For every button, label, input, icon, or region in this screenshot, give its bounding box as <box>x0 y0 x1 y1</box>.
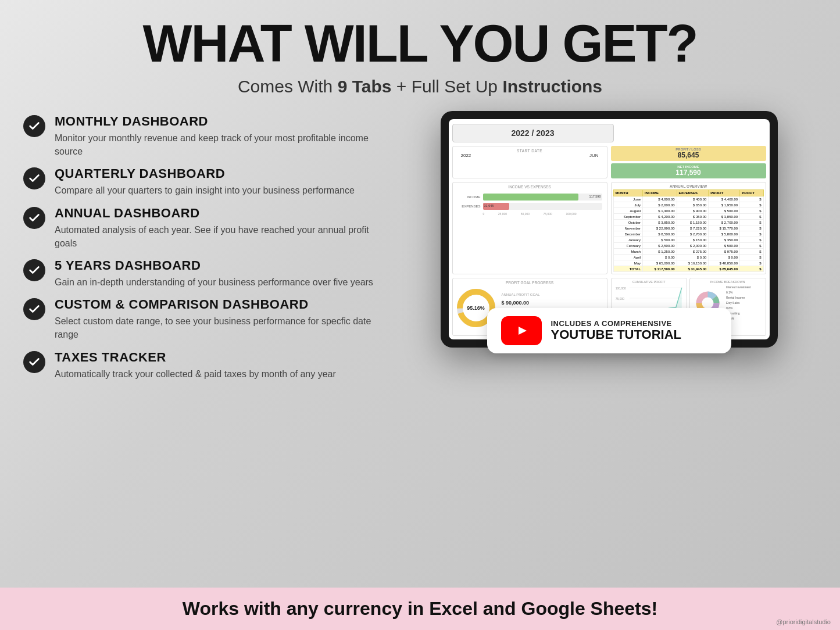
expenses-bar-label: EXPENSES <box>457 205 481 208</box>
profit-loss-value: 85,645 <box>614 151 763 159</box>
subtitle-tabs: 9 Tabs <box>338 77 392 96</box>
profit-goal-label: PROFIT GOAL PROGRESS <box>455 281 605 285</box>
annual-overview-label: ANNUAL OVERVIEW <box>613 184 764 188</box>
income-bar-value: 117,590 <box>589 195 601 198</box>
feature-desc-5years: Gain an in-depth understanding of your b… <box>55 275 373 289</box>
feature-title-custom: CUSTOM & COMPARISON DASHBOARD <box>55 297 384 312</box>
header: WHAT WILL YOU GET? Comes With 9 Tabs + F… <box>0 0 840 102</box>
youtube-badge: INCLUDES A COMPREHENSIVE YOUTUBE TUTORIA… <box>487 308 731 353</box>
feature-item-taxes: TAXES TRACKER Automatically track your c… <box>23 350 384 381</box>
income-breakdown-label: INCOME BREAKDOWN <box>692 280 764 284</box>
feature-desc-taxes: Automatically track your collected & pai… <box>55 367 336 381</box>
check-icon-custom <box>23 298 45 320</box>
youtube-small-text: INCLUDES A COMPREHENSIVE <box>551 319 681 328</box>
cumulative-profit-label: CUMULATIVE PROFIT <box>613 280 685 284</box>
feature-title-annual: ANNUAL DASHBOARD <box>55 206 384 221</box>
feature-item-quarterly: QUARTERLY DASHBOARD Compare all your qua… <box>23 166 384 197</box>
annual-profit-goal-value: $ 90,000.00 <box>502 298 540 307</box>
check-icon-quarterly <box>23 167 45 189</box>
subtitle: Comes With 9 Tabs + Full Set Up Instruct… <box>0 77 840 96</box>
content-area: MONTHLY DASHBOARD Monitor your monthly r… <box>0 102 840 553</box>
feature-text-monthly: MONTHLY DASHBOARD Monitor your monthly r… <box>55 114 384 158</box>
youtube-text: INCLUDES A COMPREHENSIVE YOUTUBE TUTORIA… <box>551 319 681 342</box>
feature-desc-monthly: Monitor your monthly revenue and keep tr… <box>55 131 384 158</box>
watermark: @prioridigitalstudio <box>776 618 831 625</box>
check-icon-monthly <box>23 115 45 137</box>
tablet-screen: 2022 / 2023 START DATE 2022 <box>449 119 770 339</box>
start-date-label: START DATE <box>456 149 603 153</box>
page-container: WHAT WILL YOU GET? Comes With 9 Tabs + F… <box>0 0 840 630</box>
feature-text-annual: ANNUAL DASHBOARD Automated analysis of e… <box>55 206 384 250</box>
check-icon-annual <box>23 207 45 229</box>
income-chart-label: INCOME vs EXPENSES <box>455 185 605 189</box>
feature-text-quarterly: QUARTERLY DASHBOARD Compare all your qua… <box>55 166 355 197</box>
subtitle-prefix: Comes With <box>238 77 338 96</box>
feature-list: MONTHLY DASHBOARD Monitor your monthly r… <box>23 108 384 553</box>
svg-text:100,000: 100,000 <box>615 287 625 290</box>
feature-desc-annual: Automated analysis of each year. See if … <box>55 223 384 250</box>
feature-title-5years: 5 YEARS DASHBOARD <box>55 258 373 273</box>
start-month: JUN <box>589 153 599 158</box>
feature-desc-quarterly: Compare all your quarters to gain insigh… <box>55 184 355 197</box>
footer: Works with any currency in Excel and Goo… <box>0 588 840 630</box>
tablet-container: 2022 / 2023 START DATE 2022 <box>401 108 817 553</box>
feature-item-custom: CUSTOM & COMPARISON DASHBOARD Select cus… <box>23 297 384 341</box>
feature-text-custom: CUSTOM & COMPARISON DASHBOARD Select cus… <box>55 297 384 341</box>
youtube-icon <box>501 316 542 345</box>
feature-desc-custom: Select custom date range, to see your bu… <box>55 314 384 341</box>
feature-item-5years: 5 YEARS DASHBOARD Gain an in-depth under… <box>23 258 384 289</box>
footer-text: Works with any currency in Excel and Goo… <box>0 598 840 620</box>
feature-title-taxes: TAXES TRACKER <box>55 350 336 365</box>
donut-percentage: 95.16% <box>467 305 485 311</box>
main-title: WHAT WILL YOU GET? <box>0 17 840 70</box>
net-income-value: 117,590 <box>614 169 763 177</box>
tablet-mockup: 2022 / 2023 START DATE 2022 <box>441 111 778 348</box>
subtitle-middle: + Full Set Up <box>391 77 502 96</box>
play-icon <box>513 322 530 339</box>
svg-marker-15 <box>519 327 527 335</box>
ss-year: 2022 / 2023 <box>512 128 555 138</box>
feature-title-quarterly: QUARTERLY DASHBOARD <box>55 166 355 181</box>
expenses-bar-value: 31,945 <box>484 204 494 207</box>
svg-point-14 <box>702 298 714 309</box>
youtube-large-text: YOUTUBE TUTORIAL <box>551 328 681 342</box>
feature-title-monthly: MONTHLY DASHBOARD <box>55 114 384 129</box>
feature-item-annual: ANNUAL DASHBOARD Automated analysis of e… <box>23 206 384 250</box>
feature-text-5years: 5 YEARS DASHBOARD Gain an in-depth under… <box>55 258 373 289</box>
annual-overview-table: MONTH INCOME EXPENSES PROFIT PROFIT <box>613 189 764 272</box>
svg-text:75,000: 75,000 <box>615 297 624 300</box>
check-icon-5years <box>23 259 45 281</box>
annual-profit-goal-label: ANNUAL PROFIT GOAL <box>502 292 540 298</box>
subtitle-instructions: Instructions <box>502 77 602 96</box>
income-bar-label: INCOME <box>457 195 481 199</box>
check-icon-taxes <box>23 351 45 373</box>
start-year: 2022 <box>461 153 471 158</box>
feature-text-taxes: TAXES TRACKER Automatically track your c… <box>55 350 336 381</box>
feature-item-monthly: MONTHLY DASHBOARD Monitor your monthly r… <box>23 114 384 158</box>
